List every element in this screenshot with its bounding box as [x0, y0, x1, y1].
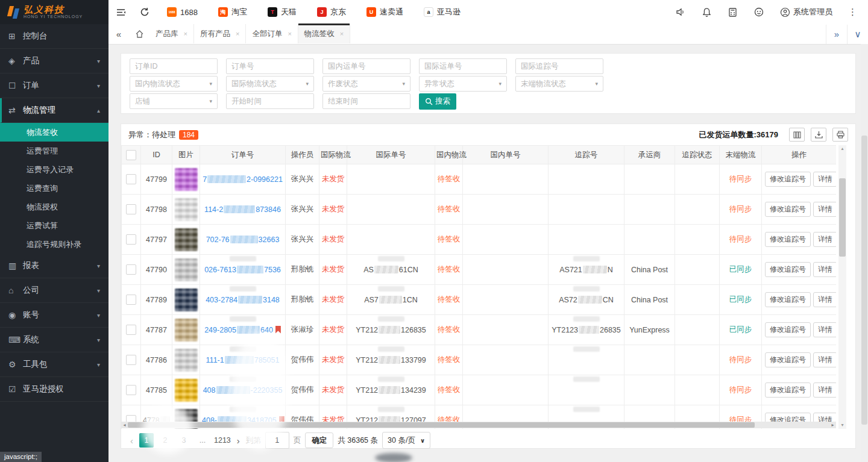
calculator-icon[interactable]: [728, 7, 738, 17]
prev-page-icon[interactable]: ‹: [128, 435, 135, 446]
page-tab[interactable]: 全部订单 ×: [246, 24, 298, 43]
bell-icon[interactable]: [702, 7, 712, 17]
filter-text-input[interactable]: [419, 58, 507, 74]
row-checkbox[interactable]: [126, 325, 136, 335]
detail-button[interactable]: 详情: [813, 322, 836, 337]
page-scroll-thumb[interactable]: [861, 136, 867, 425]
row-checkbox[interactable]: [126, 295, 136, 305]
end-time-input[interactable]: [322, 93, 410, 109]
detail-button[interactable]: 详情: [813, 382, 836, 398]
modify-tracking-button[interactable]: 修改追踪号: [765, 292, 811, 307]
close-icon[interactable]: ×: [236, 30, 239, 37]
row-checkbox[interactable]: [126, 264, 136, 275]
filter-text-input[interactable]: [322, 58, 410, 74]
next-page-icon[interactable]: ›: [235, 435, 242, 446]
modify-tracking-button[interactable]: 修改追踪号: [765, 352, 811, 367]
close-icon[interactable]: ×: [184, 30, 187, 37]
page-number-button[interactable]: 1213: [214, 433, 231, 448]
sidebar-subitem[interactable]: 物流授权: [0, 198, 108, 216]
horizontal-scroll-thumb[interactable]: [128, 422, 755, 428]
detail-button[interactable]: 详情: [813, 172, 836, 187]
columns-setting-button[interactable]: [789, 128, 805, 142]
detail-button[interactable]: 详情: [813, 262, 836, 277]
service-icon[interactable]: [753, 7, 764, 17]
modify-tracking-button[interactable]: 修改追踪号: [765, 202, 811, 217]
tab-list-dropdown-icon[interactable]: ∨: [847, 25, 868, 44]
start-time-input[interactable]: [226, 93, 314, 109]
filter-text-input[interactable]: [226, 58, 314, 74]
sidebar-item[interactable]: ◉ 账号 ▾: [0, 303, 108, 328]
select-all-checkbox[interactable]: [126, 150, 136, 160]
sidebar-item[interactable]: ▥ 报表 ▾: [0, 254, 108, 278]
modify-tracking-button[interactable]: 修改追踪号: [765, 322, 811, 337]
detail-button[interactable]: 详情: [813, 352, 836, 367]
platform-tab[interactable]: 1688 1688: [167, 7, 198, 17]
sidebar-item[interactable]: ☐ 订单 ▾: [0, 73, 108, 98]
row-checkbox[interactable]: [126, 385, 136, 395]
refresh-icon[interactable]: [133, 7, 157, 17]
page-number-button[interactable]: ...: [195, 433, 210, 448]
user-menu[interactable]: 系统管理员: [780, 7, 832, 17]
page-tab[interactable]: 所有产品 ×: [194, 24, 246, 43]
page-number-button[interactable]: 3: [177, 433, 191, 448]
close-icon[interactable]: ×: [340, 30, 344, 37]
sidebar-item[interactable]: ⚙ 工具包 ▾: [0, 352, 108, 377]
modify-tracking-button[interactable]: 修改追踪号: [765, 382, 811, 398]
filter-text-input[interactable]: [130, 58, 218, 74]
detail-button[interactable]: 详情: [813, 292, 836, 307]
sidebar-item[interactable]: ⌂ 公司 ▾: [0, 278, 108, 303]
filter-select[interactable]: 作废状态 ▾: [322, 76, 410, 92]
collapse-tabs-icon[interactable]: «: [108, 29, 129, 39]
row-checkbox[interactable]: [126, 204, 136, 214]
order-number-link[interactable]: 702-7632663: [206, 236, 280, 244]
sidebar-item[interactable]: ⊞ 控制台: [0, 24, 108, 49]
platform-tab[interactable]: T 天猫: [268, 7, 297, 17]
page-number-button[interactable]: 1: [139, 433, 154, 448]
order-number-link[interactable]: 72-0996221: [203, 175, 283, 184]
page-tab[interactable]: 产品库 ×: [149, 24, 194, 43]
modify-tracking-button[interactable]: 修改追踪号: [765, 232, 811, 247]
sidebar-subitem[interactable]: 运费查询: [0, 179, 108, 198]
sidebar-subitem[interactable]: 运费管理: [0, 142, 108, 160]
sidebar-subitem[interactable]: 运费导入记录: [0, 160, 108, 179]
expand-tabs-icon[interactable]: »: [826, 25, 847, 44]
filter-select[interactable]: 国内物流状态 ▾: [130, 76, 218, 92]
sidebar-item[interactable]: ⇄ 物流管理 ▴: [0, 98, 108, 123]
order-number-link[interactable]: 408-2220355: [203, 386, 283, 395]
modify-tracking-button[interactable]: 修改追踪号: [765, 172, 811, 187]
scroll-up-icon[interactable]: ▴: [838, 145, 846, 152]
detail-button[interactable]: 详情: [813, 232, 836, 247]
platform-tab[interactable]: J 京东: [317, 7, 346, 17]
platform-tab[interactable]: U 速卖通: [366, 7, 403, 17]
goto-page-input[interactable]: [265, 432, 289, 449]
scroll-left-icon[interactable]: ◂: [121, 422, 128, 428]
row-checkbox[interactable]: [126, 174, 136, 184]
menu-fold-icon[interactable]: [108, 7, 133, 17]
scroll-right-icon[interactable]: ▸: [829, 422, 836, 428]
pending-label[interactable]: 待处理: [152, 130, 175, 140]
order-number-link[interactable]: 026-76137536: [204, 266, 281, 274]
row-checkbox[interactable]: [126, 234, 136, 245]
order-number-link[interactable]: 111-1785051: [206, 356, 280, 364]
page-number-button[interactable]: 2: [158, 433, 172, 448]
sidebar-subitem[interactable]: 追踪号规则补录: [0, 235, 108, 254]
sidebar-item[interactable]: ☑ 亚马逊授权: [0, 377, 108, 402]
detail-button[interactable]: 详情: [813, 202, 836, 217]
page-tab[interactable]: 物流签收 ×: [298, 24, 350, 43]
filter-select[interactable]: 异常状态 ▾: [419, 76, 507, 92]
volume-icon[interactable]: [675, 7, 686, 17]
platform-tab[interactable]: a 亚马逊: [424, 7, 461, 17]
shop-select[interactable]: 店铺 ▾: [130, 93, 218, 109]
platform-tab[interactable]: 淘 淘宝: [218, 7, 247, 17]
sidebar-subitem[interactable]: 物流签收: [0, 123, 108, 142]
scroll-down-icon[interactable]: ▾: [838, 422, 846, 429]
sidebar-item[interactable]: ◈ 产品 ▾: [0, 49, 108, 73]
order-number-link[interactable]: 114-2873846: [204, 205, 281, 214]
search-button[interactable]: 搜索: [419, 93, 456, 110]
goto-confirm-button[interactable]: 确定: [305, 432, 333, 448]
vertical-scroll-thumb[interactable]: [839, 178, 846, 257]
kebab-menu-icon[interactable]: ⋮: [848, 7, 857, 17]
modify-tracking-button[interactable]: 修改追踪号: [765, 262, 811, 277]
order-number-link[interactable]: 249-2805640: [204, 326, 273, 334]
filter-text-input[interactable]: [515, 58, 603, 74]
